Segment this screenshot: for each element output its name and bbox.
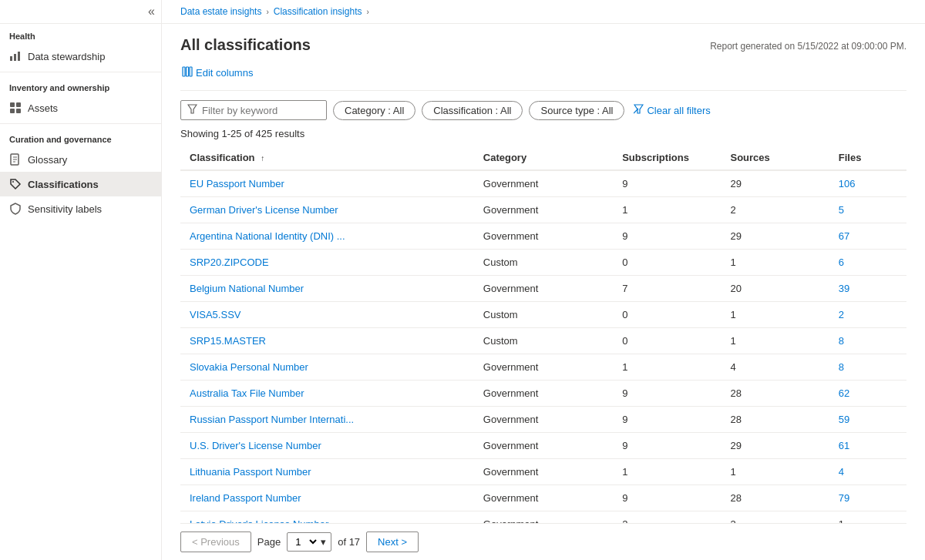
th-subscriptions[interactable]: Subscriptions: [613, 146, 721, 170]
subscriptions-cell: 9: [613, 223, 721, 250]
th-classification[interactable]: Classification ↑: [180, 146, 474, 170]
page-header: All classifications Report generated on …: [180, 36, 906, 54]
files-cell[interactable]: 8: [829, 328, 906, 354]
classification-link[interactable]: VISA5.SSV: [190, 309, 240, 320]
sources-cell: 28: [721, 485, 829, 511]
table-row: Latvia Driver's License NumberGovernment…: [180, 511, 906, 524]
category-cell: Custom: [474, 328, 613, 354]
files-cell[interactable]: 2: [829, 302, 906, 328]
classification-link[interactable]: Belgium National Number: [190, 283, 304, 294]
files-link[interactable]: 4: [839, 466, 844, 478]
breadcrumb: Data estate insights › Classification in…: [162, 0, 925, 24]
sidebar-item-label: Data stewardship: [28, 51, 105, 62]
classification-link[interactable]: Russian Passport Number Internati...: [190, 414, 354, 425]
breadcrumb-data-estate[interactable]: Data estate insights: [180, 6, 261, 17]
files-link[interactable]: 39: [839, 283, 849, 294]
files-cell[interactable]: 62: [829, 381, 906, 407]
th-category[interactable]: Category: [474, 146, 613, 170]
files-link[interactable]: 8: [839, 335, 844, 347]
classification-link[interactable]: SRP15.MASTER: [190, 335, 266, 347]
files-cell[interactable]: 106: [829, 170, 906, 197]
page-of-label: of 17: [338, 536, 360, 548]
classification-link[interactable]: U.S. Driver's License Number: [190, 440, 321, 451]
files-cell[interactable]: 59: [829, 407, 906, 433]
sidebar: « Health Data stewardship Inventory and …: [0, 0, 162, 560]
sort-icon: ↑: [261, 154, 264, 163]
files-cell[interactable]: 8: [829, 354, 906, 381]
sidebar-item-sensitivity-labels[interactable]: Sensitivity labels: [0, 196, 161, 221]
breadcrumb-classification-insights[interactable]: Classification insights: [274, 6, 362, 17]
collapse-button[interactable]: «: [0, 0, 161, 24]
svg-rect-4: [16, 102, 21, 107]
page-select[interactable]: 1234567891011121314151617: [292, 535, 319, 548]
category-cell: Government: [474, 354, 613, 381]
next-button[interactable]: Next >: [366, 531, 419, 552]
sidebar-item-glossary[interactable]: Glossary: [0, 147, 161, 172]
collapse-icon[interactable]: «: [148, 5, 155, 18]
files-link[interactable]: 2: [839, 309, 844, 320]
category-cell: Custom: [474, 250, 613, 276]
files-link[interactable]: 59: [839, 414, 849, 425]
files-link[interactable]: 106: [839, 178, 856, 189]
sources-cell: 3: [721, 511, 829, 524]
classification-filter-button[interactable]: Classification : All: [422, 101, 523, 120]
files-cell[interactable]: 4: [829, 459, 906, 485]
files-link[interactable]: 61: [839, 440, 849, 451]
sources-cell: 29: [721, 433, 829, 459]
classification-link[interactable]: SRP20.ZIPCODE: [190, 257, 269, 268]
subscriptions-cell: 0: [613, 250, 721, 276]
page-select-wrapper[interactable]: 1234567891011121314151617 ▾: [287, 532, 331, 552]
classification-link[interactable]: Argentina National Identity (DNI) ...: [190, 230, 345, 242]
classification-link[interactable]: Slovakia Personal Number: [190, 361, 308, 373]
sources-cell: 1: [721, 250, 829, 276]
th-files[interactable]: Files: [829, 146, 906, 170]
files-cell: 1: [829, 511, 906, 524]
files-cell[interactable]: 39: [829, 276, 906, 302]
table-body: EU Passport NumberGovernment929106German…: [180, 170, 906, 523]
book-icon: [9, 153, 22, 166]
sidebar-item-assets[interactable]: Assets: [0, 96, 161, 120]
files-link[interactable]: 8: [839, 361, 844, 373]
sources-cell: 29: [721, 170, 829, 197]
clear-all-filters-button[interactable]: Clear all filters: [631, 101, 713, 119]
sidebar-item-label: Sensitivity labels: [28, 203, 102, 215]
classification-link[interactable]: EU Passport Number: [190, 178, 284, 189]
sidebar-item-classifications[interactable]: Classifications: [0, 172, 161, 196]
th-sources[interactable]: Sources: [721, 146, 829, 170]
category-cell: Government: [474, 223, 613, 250]
previous-button[interactable]: < Previous: [180, 531, 251, 552]
subscriptions-cell: 9: [613, 170, 721, 197]
classification-link[interactable]: Latvia Driver's License Number: [190, 518, 328, 523]
files-cell[interactable]: 79: [829, 485, 906, 511]
sources-cell: 1: [721, 328, 829, 354]
files-link[interactable]: 5: [839, 204, 844, 216]
columns-icon: [182, 66, 193, 79]
files-link[interactable]: 62: [839, 387, 849, 399]
sidebar-item-data-stewardship[interactable]: Data stewardship: [0, 44, 161, 69]
classifications-table: Classification ↑ Category Subscriptions …: [180, 146, 906, 523]
source-type-filter-button[interactable]: Source type : All: [529, 101, 624, 120]
files-link[interactable]: 6: [839, 257, 844, 268]
files-cell[interactable]: 6: [829, 250, 906, 276]
table-row: Argentina National Identity (DNI) ...Gov…: [180, 223, 906, 250]
classification-link[interactable]: Ireland Passport Number: [190, 492, 301, 504]
category-cell: Government: [474, 433, 613, 459]
subscriptions-cell: 9: [613, 433, 721, 459]
files-cell[interactable]: 5: [829, 197, 906, 223]
category-filter-button[interactable]: Category : All: [333, 101, 415, 120]
classification-link[interactable]: German Driver's License Number: [190, 204, 338, 216]
content-area: All classifications Report generated on …: [162, 24, 925, 560]
files-cell[interactable]: 61: [829, 433, 906, 459]
page-title: All classifications: [180, 36, 311, 54]
keyword-filter[interactable]: [180, 100, 327, 120]
classification-link[interactable]: Australia Tax File Number: [190, 387, 304, 399]
keyword-input[interactable]: [202, 105, 320, 116]
subscriptions-cell: 9: [613, 381, 721, 407]
files-link[interactable]: 79: [839, 492, 849, 504]
files-cell[interactable]: 67: [829, 223, 906, 250]
svg-rect-0: [10, 56, 12, 61]
files-link[interactable]: 67: [839, 230, 849, 242]
classification-link[interactable]: Lithuania Passport Number: [190, 466, 311, 478]
table-row: Belgium National NumberGovernment72039: [180, 276, 906, 302]
edit-columns-button[interactable]: Edit columns: [180, 63, 254, 82]
